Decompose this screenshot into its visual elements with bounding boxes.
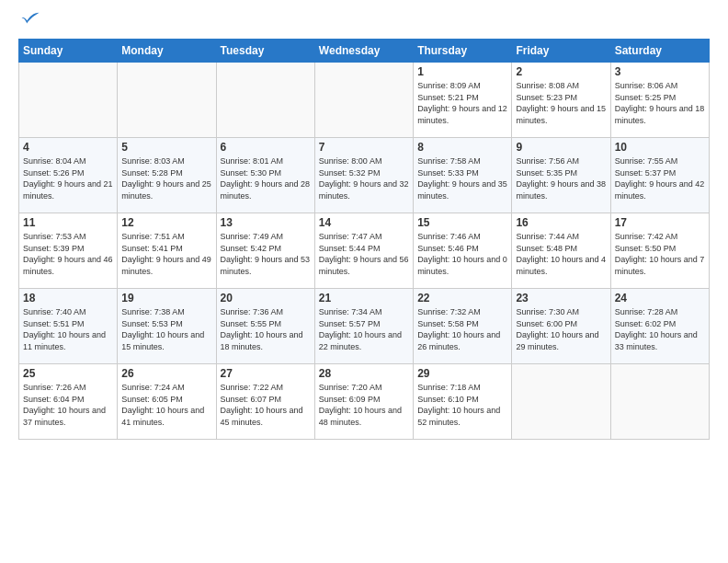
day-number: 17 xyxy=(615,216,705,229)
day-number: 6 xyxy=(221,141,311,154)
day-number: 5 xyxy=(121,141,211,154)
calendar-cell: 25Sunrise: 7:26 AMSunset: 6:04 PMDayligh… xyxy=(19,364,118,440)
day-number: 3 xyxy=(615,65,705,78)
calendar-cell: 22Sunrise: 7:32 AMSunset: 5:58 PMDayligh… xyxy=(414,289,512,364)
day-number: 1 xyxy=(417,65,507,78)
day-number: 23 xyxy=(516,292,606,304)
calendar-cell xyxy=(512,364,610,440)
day-info: Sunrise: 7:20 AMSunset: 6:09 PMDaylight:… xyxy=(319,382,409,428)
calendar-cell: 13Sunrise: 7:49 AMSunset: 5:42 PMDayligh… xyxy=(216,213,314,289)
day-number: 12 xyxy=(121,216,211,229)
day-info: Sunrise: 7:49 AMSunset: 5:42 PMDaylight:… xyxy=(221,231,311,277)
calendar-cell: 7Sunrise: 8:00 AMSunset: 5:32 PMDaylight… xyxy=(314,138,413,213)
page: SundayMondayTuesdayWednesdayThursdayFrid… xyxy=(0,0,728,449)
day-info: Sunrise: 7:32 AMSunset: 5:58 PMDaylight:… xyxy=(417,306,507,352)
day-number: 8 xyxy=(417,141,507,154)
day-number: 13 xyxy=(221,216,311,229)
calendar-cell: 19Sunrise: 7:38 AMSunset: 5:53 PMDayligh… xyxy=(118,289,216,364)
day-info: Sunrise: 7:26 AMSunset: 6:04 PMDaylight:… xyxy=(23,382,113,428)
day-info: Sunrise: 7:22 AMSunset: 6:07 PMDaylight:… xyxy=(221,382,311,428)
day-number: 14 xyxy=(319,216,409,229)
calendar-cell: 5Sunrise: 8:03 AMSunset: 5:28 PMDaylight… xyxy=(118,138,216,213)
logo xyxy=(18,15,40,29)
day-info: Sunrise: 7:42 AMSunset: 5:50 PMDaylight:… xyxy=(615,231,705,277)
day-info: Sunrise: 7:30 AMSunset: 6:00 PMDaylight:… xyxy=(516,306,606,352)
weekday-header-row: SundayMondayTuesdayWednesdayThursdayFrid… xyxy=(19,40,710,63)
day-info: Sunrise: 7:51 AMSunset: 5:41 PMDaylight:… xyxy=(121,231,211,277)
day-number: 24 xyxy=(615,292,705,304)
day-info: Sunrise: 7:24 AMSunset: 6:05 PMDaylight:… xyxy=(121,382,211,428)
calendar-cell: 16Sunrise: 7:44 AMSunset: 5:48 PMDayligh… xyxy=(512,213,610,289)
calendar-cell: 14Sunrise: 7:47 AMSunset: 5:44 PMDayligh… xyxy=(314,213,413,289)
day-number: 10 xyxy=(615,141,705,154)
calendar-cell: 3Sunrise: 8:06 AMSunset: 5:25 PMDaylight… xyxy=(610,63,709,138)
day-info: Sunrise: 8:01 AMSunset: 5:30 PMDaylight:… xyxy=(221,155,311,201)
weekday-sunday: Sunday xyxy=(19,40,118,63)
calendar-cell xyxy=(610,364,709,440)
day-info: Sunrise: 8:09 AMSunset: 5:21 PMDaylight:… xyxy=(417,80,507,126)
week-row-3: 11Sunrise: 7:53 AMSunset: 5:39 PMDayligh… xyxy=(19,213,710,289)
day-info: Sunrise: 7:40 AMSunset: 5:51 PMDaylight:… xyxy=(23,306,113,352)
calendar-cell: 6Sunrise: 8:01 AMSunset: 5:30 PMDaylight… xyxy=(216,138,314,213)
week-row-1: 1Sunrise: 8:09 AMSunset: 5:21 PMDaylight… xyxy=(19,63,710,138)
calendar-cell: 4Sunrise: 8:04 AMSunset: 5:26 PMDaylight… xyxy=(19,138,118,213)
day-info: Sunrise: 8:03 AMSunset: 5:28 PMDaylight:… xyxy=(121,155,211,201)
calendar-cell: 23Sunrise: 7:30 AMSunset: 6:00 PMDayligh… xyxy=(512,289,610,364)
day-info: Sunrise: 8:08 AMSunset: 5:23 PMDaylight:… xyxy=(516,80,606,126)
day-info: Sunrise: 7:18 AMSunset: 6:10 PMDaylight:… xyxy=(417,382,507,428)
calendar-cell: 15Sunrise: 7:46 AMSunset: 5:46 PMDayligh… xyxy=(414,213,512,289)
weekday-wednesday: Wednesday xyxy=(314,40,413,63)
day-number: 20 xyxy=(221,292,311,304)
day-number: 26 xyxy=(121,367,211,380)
calendar-cell: 29Sunrise: 7:18 AMSunset: 6:10 PMDayligh… xyxy=(414,364,512,440)
weekday-saturday: Saturday xyxy=(610,40,709,63)
calendar-cell: 21Sunrise: 7:34 AMSunset: 5:57 PMDayligh… xyxy=(314,289,413,364)
day-info: Sunrise: 8:04 AMSunset: 5:26 PMDaylight:… xyxy=(23,155,113,201)
day-number: 25 xyxy=(23,367,113,380)
calendar-cell: 8Sunrise: 7:58 AMSunset: 5:33 PMDaylight… xyxy=(414,138,512,213)
day-number: 22 xyxy=(417,292,507,304)
calendar-cell: 26Sunrise: 7:24 AMSunset: 6:05 PMDayligh… xyxy=(118,364,216,440)
calendar-cell xyxy=(19,63,118,138)
header xyxy=(18,15,710,29)
day-info: Sunrise: 7:34 AMSunset: 5:57 PMDaylight:… xyxy=(319,306,409,352)
day-info: Sunrise: 7:28 AMSunset: 6:02 PMDaylight:… xyxy=(615,306,705,352)
calendar-cell: 2Sunrise: 8:08 AMSunset: 5:23 PMDaylight… xyxy=(512,63,610,138)
day-info: Sunrise: 7:36 AMSunset: 5:55 PMDaylight:… xyxy=(221,306,311,352)
day-number: 4 xyxy=(23,141,113,154)
day-number: 7 xyxy=(319,141,409,154)
day-info: Sunrise: 8:06 AMSunset: 5:25 PMDaylight:… xyxy=(615,80,705,126)
day-info: Sunrise: 7:53 AMSunset: 5:39 PMDaylight:… xyxy=(23,231,113,277)
day-info: Sunrise: 7:38 AMSunset: 5:53 PMDaylight:… xyxy=(121,306,211,352)
day-info: Sunrise: 7:46 AMSunset: 5:46 PMDaylight:… xyxy=(417,231,507,277)
day-number: 11 xyxy=(23,216,113,229)
day-info: Sunrise: 7:55 AMSunset: 5:37 PMDaylight:… xyxy=(615,155,705,201)
day-info: Sunrise: 7:56 AMSunset: 5:35 PMDaylight:… xyxy=(516,155,606,201)
calendar-cell: 28Sunrise: 7:20 AMSunset: 6:09 PMDayligh… xyxy=(314,364,413,440)
calendar-cell: 12Sunrise: 7:51 AMSunset: 5:41 PMDayligh… xyxy=(118,213,216,289)
day-number: 9 xyxy=(516,141,606,154)
calendar: SundayMondayTuesdayWednesdayThursdayFrid… xyxy=(18,39,710,440)
weekday-monday: Monday xyxy=(118,40,216,63)
weekday-tuesday: Tuesday xyxy=(216,40,314,63)
weekday-thursday: Thursday xyxy=(414,40,512,63)
calendar-cell xyxy=(314,63,413,138)
day-number: 15 xyxy=(417,216,507,229)
logo-bird-icon xyxy=(20,9,40,29)
week-row-2: 4Sunrise: 8:04 AMSunset: 5:26 PMDaylight… xyxy=(19,138,710,213)
calendar-cell xyxy=(216,63,314,138)
calendar-cell: 10Sunrise: 7:55 AMSunset: 5:37 PMDayligh… xyxy=(610,138,709,213)
day-number: 18 xyxy=(23,292,113,304)
day-number: 21 xyxy=(319,292,409,304)
day-number: 16 xyxy=(516,216,606,229)
week-row-5: 25Sunrise: 7:26 AMSunset: 6:04 PMDayligh… xyxy=(19,364,710,440)
calendar-cell: 11Sunrise: 7:53 AMSunset: 5:39 PMDayligh… xyxy=(19,213,118,289)
day-number: 27 xyxy=(221,367,311,380)
week-row-4: 18Sunrise: 7:40 AMSunset: 5:51 PMDayligh… xyxy=(19,289,710,364)
calendar-cell: 20Sunrise: 7:36 AMSunset: 5:55 PMDayligh… xyxy=(216,289,314,364)
calendar-cell: 18Sunrise: 7:40 AMSunset: 5:51 PMDayligh… xyxy=(19,289,118,364)
day-number: 19 xyxy=(121,292,211,304)
calendar-cell: 9Sunrise: 7:56 AMSunset: 5:35 PMDaylight… xyxy=(512,138,610,213)
calendar-cell: 1Sunrise: 8:09 AMSunset: 5:21 PMDaylight… xyxy=(414,63,512,138)
day-info: Sunrise: 8:00 AMSunset: 5:32 PMDaylight:… xyxy=(319,155,409,201)
